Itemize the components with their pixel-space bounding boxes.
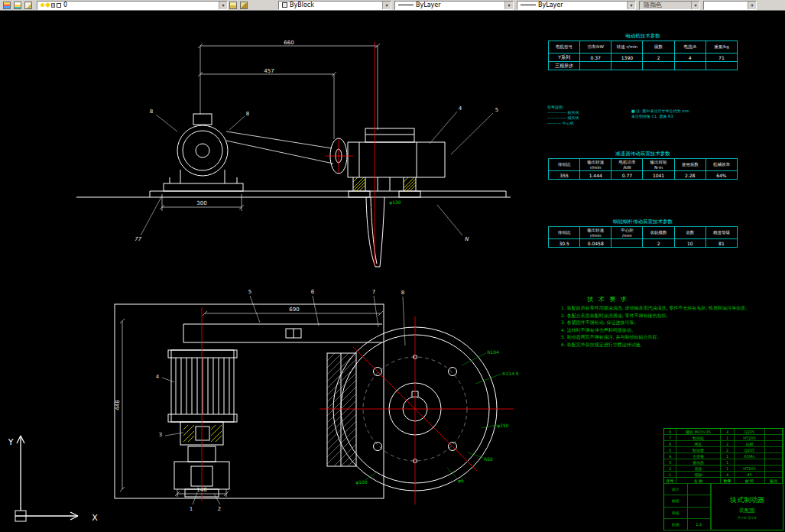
make-object-layer-current-button[interactable] (228, 1, 238, 10)
tech-requirements-list: 1. 装配前所有零件用煤油清洗, 滚动轴承用汽油清洗, 零件不允许有毛刺, 铁屑… (561, 304, 761, 348)
table-cell: 64% (706, 171, 737, 180)
title-block-cell: 1 (721, 453, 735, 459)
chevron-down-icon[interactable]: ▾ (627, 2, 635, 9)
designer-label: 设计 (664, 484, 688, 495)
table-cell: 级数 (643, 41, 674, 54)
layer-states-icon (14, 2, 21, 9)
title-block-cell: Q235 (735, 447, 765, 453)
drawing-annotation: R60 (484, 456, 493, 462)
drawing-annotation: 448 (115, 400, 121, 410)
current-linetype: ByLayer (416, 2, 441, 9)
title-block-cell: 螺栓 M10×35 (676, 429, 721, 434)
table-cell: 输出转速 r/min (580, 159, 611, 171)
chevron-down-icon[interactable]: ▾ (691, 2, 699, 9)
chevron-down-icon[interactable]: ▾ (219, 2, 227, 9)
parts-list: 8螺栓 M10×354Q2357制动轮1HT2006闸瓦2石棉5制动臂2Q235… (664, 429, 783, 484)
make-layer-current-icon (229, 2, 237, 9)
worm-parameters-table: 传动比输出转速 r/min中心距 /mm齿轮模数齿数精度等级30.50.0458… (548, 226, 738, 248)
table-cell: 传动比 (549, 159, 580, 171)
drawing-annotation: 77 (135, 236, 142, 242)
table-cell (643, 62, 674, 70)
layer-states-button[interactable] (12, 1, 23, 10)
table-cell: 输出转速 r/min (580, 227, 611, 239)
title-block-cell (765, 466, 783, 471)
text-line: 2. 各配合表面装配时涂润滑油, 零件不得有碰伤划痕。 (561, 312, 761, 320)
table-cell: 0.77 (611, 171, 643, 180)
layers-properties-toolbar: 0 ▾ ByBlock ▾ ByLayer ▾ ByLayer ▾ 随颜色 ▾ … (0, 0, 785, 11)
title-block-cell: 2 (721, 441, 735, 446)
ucs-y-label: Y (8, 437, 14, 447)
table-cell: 0.0458 (580, 239, 611, 248)
layer-dropdown[interactable]: 0 ▾ (37, 1, 228, 10)
drawing-annotation: 2 (218, 506, 221, 512)
designer-value (688, 484, 712, 495)
title-block-cell: 4 (664, 453, 676, 459)
legend-right: ■ 注: 图中未注尺寸单位均为 mm未注明倒角 C1, 圆角 R3 (631, 109, 689, 119)
text-line: 5. 制动器闸瓦不得有油污, 并与制动轮贴合良好。 (561, 333, 761, 341)
title-block-cell: Q235 (735, 429, 765, 434)
text-line: ■ 注: 图中未注尺寸单位均为 mm (631, 109, 689, 114)
layer-previous-button[interactable] (238, 1, 249, 10)
sheet-info: 共1张 第1张 (738, 516, 757, 520)
drawing-annotation: 7 (372, 289, 375, 295)
toolbar-spacer (249, 5, 275, 5)
cad-application-window: { "toolbar": { "layer": { "value": "0" }… (0, 0, 785, 532)
layer-color-chip (57, 3, 61, 8)
title-block-cell: 2 (664, 466, 676, 471)
table-cell: 齿轮模数 (643, 227, 674, 239)
title-block-cell: 65Mn (735, 453, 765, 459)
drawing-annotation: φ6 (458, 478, 464, 484)
title-block-cell: 石棉 (735, 441, 765, 446)
title-block-cell: 1 (721, 459, 735, 465)
text-line: 6. 装配完毕后按规定进行空载运转试验。 (561, 341, 761, 349)
signature-cells: 设计 校核 审核 比例1:2 (664, 484, 712, 530)
table-cell (611, 62, 643, 70)
annotation-labels: 660457883007745Nφ13069044814056784312R10… (115, 40, 519, 512)
drawing-annotation: 5 (248, 289, 251, 295)
title-block-cell: 材 料 (735, 478, 765, 483)
layer-filters-button[interactable] (23, 1, 34, 10)
lineweight-dropdown[interactable]: ByLayer ▾ (517, 1, 636, 10)
linetype-dropdown[interactable]: ByLayer ▾ (394, 1, 514, 10)
title-block-cell (765, 472, 783, 477)
drawing-title-cell: 块式制动器 装配图 共1张 第1张 (712, 484, 783, 530)
drawing-annotation: 6 (311, 289, 315, 295)
chevron-down-icon[interactable]: ▾ (382, 2, 391, 9)
text-line: 未注明倒角 C1, 圆角 R3 (631, 114, 689, 119)
auditor-value (688, 508, 712, 518)
drawing-annotation: 3 (159, 432, 162, 438)
title-block-cell (765, 459, 783, 465)
table-cell: 2 (643, 239, 674, 248)
chevron-down-icon[interactable]: ▾ (504, 2, 513, 9)
ground-base-line (76, 191, 511, 197)
drawing-annotation: φ100 (355, 479, 368, 485)
title-block-cell: 制动轮 (676, 435, 721, 440)
title-block-cell: 6 (664, 441, 676, 446)
title-block-cell: 名 称 (676, 478, 721, 483)
tech-requirements-title: 技 术 要 求 (550, 295, 665, 303)
table-cell: 10 (674, 239, 706, 248)
drawing-annotation: φ250 (497, 423, 509, 429)
table-cell: 4 (674, 54, 706, 62)
lineweight-sample-icon (521, 5, 536, 5)
empty-dropdown[interactable]: ▾ (703, 1, 757, 10)
color-dropdown[interactable]: ByBlock ▾ (278, 1, 391, 10)
linetype-sample-icon (398, 5, 414, 5)
drawing-annotation: 457 (264, 68, 274, 74)
drawing-annotation: R114.5 (502, 371, 519, 376)
motor-table-title: 电动机技术参数 (548, 33, 738, 40)
checker-value (688, 495, 712, 506)
layer-properties-manager-button[interactable] (2, 1, 12, 10)
drawing-annotation: 690 (289, 307, 299, 313)
table-cell: 电流/A (674, 41, 706, 54)
title-block-cell: 7 (664, 435, 676, 440)
plot-style-dropdown[interactable]: 随颜色 ▾ (639, 1, 700, 10)
chevron-down-icon[interactable]: ▾ (748, 2, 756, 9)
title-block-cell: 1 (721, 466, 735, 471)
title-block-cell: HT200 (735, 466, 765, 471)
drawing-annotation: 140 (196, 487, 206, 493)
text-line: —·—·— 中心线 (547, 121, 579, 126)
title-block-cell: 1 (721, 435, 735, 440)
drawing-subtitle: 装配图 (739, 507, 755, 514)
title-block-cell: 3 (664, 459, 676, 465)
